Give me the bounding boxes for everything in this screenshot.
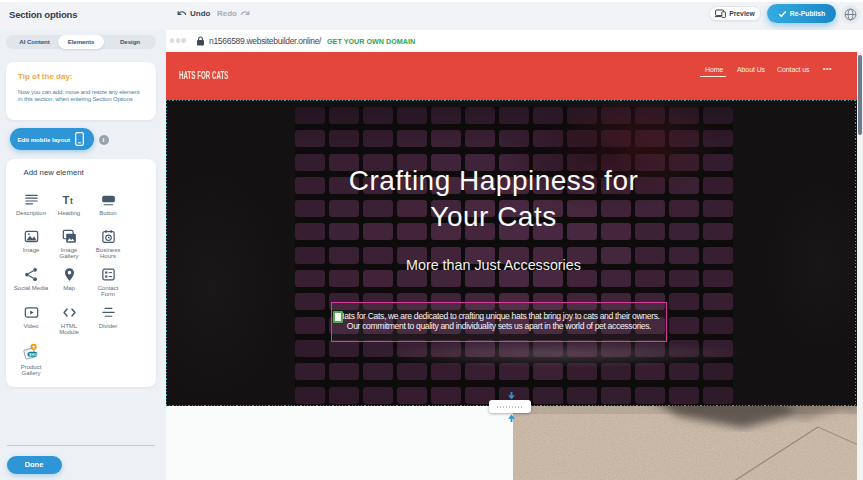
svg-text:SHOP: SHOP — [29, 353, 40, 357]
svg-text:T: T — [62, 194, 69, 206]
svg-text:t: t — [69, 196, 72, 206]
